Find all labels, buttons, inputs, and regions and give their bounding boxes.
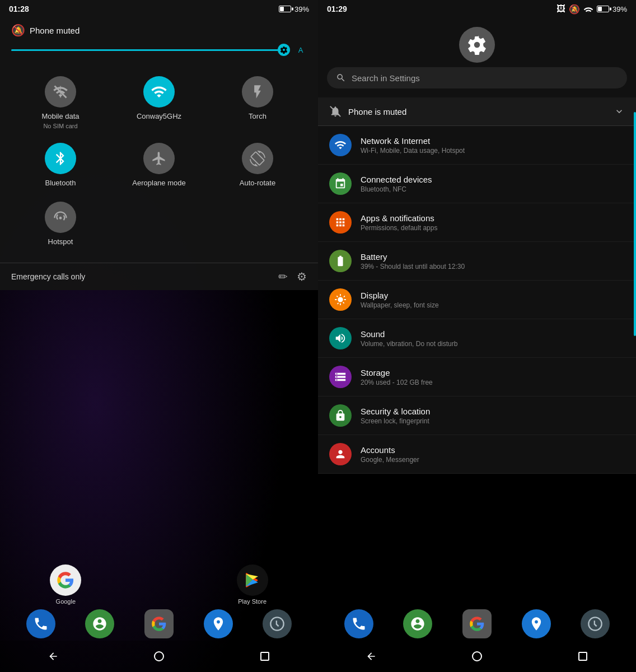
- accounts-title: Accounts: [361, 445, 625, 455]
- search-placeholder: Search in Settings: [352, 73, 420, 83]
- tile-autorotate[interactable]: Auto-rotate: [208, 136, 307, 195]
- settings-list: Network & Internet Wi-Fi, Mobile, Data u…: [318, 126, 636, 474]
- hotspot-label: Hotspot: [48, 237, 73, 247]
- sound-sub: Volume, vibration, Do not disturb: [361, 340, 625, 348]
- tile-mobile-data[interactable]: Mobile data No SIM card: [11, 69, 110, 136]
- display-icon-wrap: [329, 288, 352, 311]
- dock-face[interactable]: [85, 609, 114, 638]
- right-dock: [318, 609, 636, 638]
- network-icon: [334, 139, 347, 151]
- settings-item-accounts[interactable]: Accounts Google, Messenger: [318, 435, 636, 474]
- apps-text: Apps & notifications Permissions, defaul…: [361, 213, 625, 232]
- right-back-button[interactable]: [360, 645, 382, 668]
- tile-bluetooth[interactable]: Bluetooth: [11, 136, 110, 195]
- google-icon[interactable]: [50, 564, 81, 596]
- dock-phone[interactable]: [26, 609, 55, 638]
- home-button[interactable]: [148, 645, 170, 668]
- security-sub: Screen lock, fingerprint: [361, 417, 625, 425]
- settings-gear-icon: [459, 27, 495, 63]
- dock-maps[interactable]: [204, 609, 233, 638]
- display-text: Display Wallpaper, sleep, font size: [361, 291, 625, 309]
- bluetooth-icon: [45, 143, 76, 174]
- playstore-label: Play Store: [238, 598, 266, 605]
- settings-item-storage[interactable]: Storage 20% used - 102 GB free: [318, 358, 636, 396]
- network-title: Network & Internet: [361, 136, 625, 146]
- right-dock-maps[interactable]: [522, 609, 551, 638]
- right-home-button[interactable]: [466, 645, 488, 668]
- display-sub: Wallpaper, sleep, font size: [361, 301, 625, 309]
- battery-text: Battery 39% - Should last until about 12…: [361, 252, 625, 270]
- sound-icon: [334, 332, 347, 344]
- right-nav-bar: [318, 641, 636, 672]
- torch-icon: [242, 76, 273, 108]
- right-dock-google[interactable]: [462, 609, 492, 638]
- apps-icon: [334, 216, 347, 228]
- battery-settings-icon: [334, 255, 347, 267]
- quick-tiles-grid: Mobile data No SIM card Conway5GHz Torch: [0, 65, 318, 258]
- settings-item-sound[interactable]: Sound Volume, vibration, Do not disturb: [318, 319, 636, 358]
- edit-icon[interactable]: ✏: [278, 270, 288, 283]
- connected-title: Connected devices: [361, 175, 625, 184]
- connected-icon-wrap: [329, 172, 352, 195]
- apps-icon-wrap: [329, 211, 352, 234]
- right-status-bar: 01:29 🖼 🔕 39%: [318, 0, 636, 18]
- mobile-data-label: Mobile data: [41, 112, 79, 122]
- battery-sub: 39% - Should last until about 12:30: [361, 263, 625, 270]
- mute-status-icon: 🔕: [569, 4, 580, 15]
- right-recents-button[interactable]: [572, 645, 594, 668]
- left-status-bar: 01:28 39%: [0, 0, 318, 18]
- emergency-bar: Emergency calls only ✏ ⚙: [0, 263, 318, 290]
- accounts-icon-wrap: [329, 443, 352, 465]
- storage-icon-wrap: [329, 366, 352, 388]
- display-title: Display: [361, 291, 625, 300]
- settings-item-connected[interactable]: Connected devices Bluetooth, NFC: [318, 165, 636, 203]
- settings-icon[interactable]: ⚙: [297, 270, 307, 283]
- brightness-thumb[interactable]: [278, 44, 290, 56]
- search-bar[interactable]: Search in Settings: [327, 67, 627, 88]
- playstore-icon[interactable]: [237, 564, 268, 596]
- playstore-app[interactable]: Play Store: [237, 564, 268, 605]
- dock-clock[interactable]: [263, 609, 292, 638]
- screenshot-icon: 🖼: [556, 4, 565, 14]
- settings-item-display[interactable]: Display Wallpaper, sleep, font size: [318, 281, 636, 319]
- auto-brightness-icon[interactable]: A: [294, 44, 307, 56]
- network-text: Network & Internet Wi-Fi, Mobile, Data u…: [361, 136, 625, 155]
- right-time: 01:29: [327, 4, 347, 13]
- muted-text: Phone muted: [30, 26, 80, 35]
- bluetooth-label: Bluetooth: [45, 179, 76, 188]
- tile-wifi[interactable]: Conway5GHz: [110, 69, 208, 136]
- settings-item-battery[interactable]: Battery 39% - Should last until about 12…: [318, 242, 636, 281]
- google-app[interactable]: Google: [50, 564, 81, 605]
- wifi-status-icon: [583, 6, 593, 12]
- recents-button[interactable]: [254, 645, 276, 668]
- right-dock-clock[interactable]: [581, 609, 610, 638]
- brightness-control[interactable]: A: [0, 41, 318, 65]
- accounts-icon: [334, 448, 347, 460]
- wifi-label: Conway5GHz: [137, 112, 181, 122]
- right-dock-phone[interactable]: [344, 609, 373, 638]
- hotspot-icon: [45, 202, 76, 233]
- right-dock-face[interactable]: [403, 609, 432, 638]
- tile-hotspot[interactable]: Hotspot: [11, 195, 110, 254]
- tile-torch[interactable]: Torch: [208, 69, 307, 136]
- display-icon: [334, 293, 347, 306]
- phone-muted-banner[interactable]: Phone is muted: [318, 97, 636, 126]
- emergency-text: Emergency calls only: [11, 272, 85, 281]
- apps-title: Apps & notifications: [361, 213, 625, 223]
- storage-text: Storage 20% used - 102 GB free: [361, 368, 625, 386]
- network-sub: Wi-Fi, Mobile, Data usage, Hotspot: [361, 147, 625, 155]
- back-button[interactable]: [42, 645, 64, 668]
- brightness-auto[interactable]: A: [294, 44, 307, 56]
- settings-item-security[interactable]: Security & location Screen lock, fingerp…: [318, 396, 636, 435]
- dock-google2[interactable]: [144, 609, 174, 638]
- tile-aeroplane[interactable]: Aeroplane mode: [110, 136, 208, 195]
- connected-icon: [334, 178, 347, 190]
- settings-item-network[interactable]: Network & Internet Wi-Fi, Mobile, Data u…: [318, 126, 636, 165]
- mobile-data-icon: [45, 76, 76, 108]
- aeroplane-icon: [143, 143, 175, 174]
- brightness-track[interactable]: [11, 49, 288, 51]
- scroll-indicator[interactable]: [634, 112, 636, 336]
- connected-text: Connected devices Bluetooth, NFC: [361, 175, 625, 193]
- settings-item-apps[interactable]: Apps & notifications Permissions, defaul…: [318, 203, 636, 242]
- autorotate-label: Auto-rotate: [240, 179, 275, 188]
